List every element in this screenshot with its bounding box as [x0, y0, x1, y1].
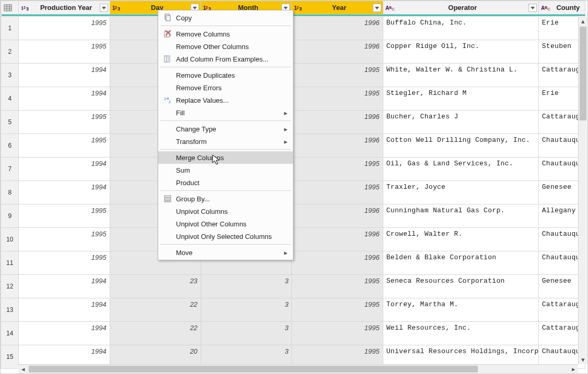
row-number-cell[interactable]: 5: [1, 111, 19, 134]
cell-day[interactable]: 22: [110, 298, 201, 322]
cell-year[interactable]: 1996: [292, 251, 383, 275]
row-number-cell[interactable]: 13: [1, 298, 19, 322]
row-number-header[interactable]: [1, 1, 19, 15]
table-row[interactable]: 1319942231995Torrey, Martha M.Cattaraugu…: [1, 298, 585, 322]
vertical-scrollbar[interactable]: ▴ ▾: [578, 16, 587, 364]
cell-year[interactable]: 1995: [292, 322, 383, 345]
scroll-right-arrow[interactable]: ▸: [569, 365, 578, 373]
column-header-year[interactable]: 123 Year: [292, 1, 383, 15]
cell-operator[interactable]: Weil Resources, Inc.: [383, 322, 538, 345]
menu-item-remove-duplicates[interactable]: Remove Duplicates: [158, 69, 293, 81]
row-number-cell[interactable]: 7: [1, 158, 19, 181]
cell-operator[interactable]: White, Walter W. & Christina L.: [383, 64, 538, 87]
row-number-cell[interactable]: 12: [1, 275, 19, 298]
cell-year[interactable]: 1996: [292, 204, 383, 228]
cell-operator[interactable]: Oil, Gas & Land Services, Inc.: [383, 158, 538, 181]
cell-production-year[interactable]: 1994: [19, 87, 110, 111]
cell-operator[interactable]: Seneca Resources Corporation: [383, 275, 538, 298]
scroll-up-arrow[interactable]: ▴: [579, 16, 587, 26]
cell-production-year[interactable]: 1995: [19, 228, 110, 251]
cell-year[interactable]: 1995: [292, 87, 383, 111]
cell-production-year[interactable]: 1995: [19, 111, 110, 134]
menu-item-fill[interactable]: Fill ▸: [158, 106, 293, 119]
menu-item-change-type[interactable]: Change Type ▸: [158, 123, 293, 135]
row-number-cell[interactable]: 2: [1, 40, 19, 64]
cell-month[interactable]: 3: [201, 298, 292, 322]
scroll-down-arrow[interactable]: ▾: [579, 355, 587, 364]
row-number-cell[interactable]: 10: [1, 228, 19, 251]
row-number-cell[interactable]: 3: [1, 64, 19, 87]
cell-production-year[interactable]: 1995: [19, 40, 110, 64]
menu-item-unpivot-columns[interactable]: Unpivot Columns: [158, 205, 293, 218]
menu-item-remove-errors[interactable]: Remove Errors: [158, 81, 293, 94]
cell-year[interactable]: 1996: [292, 40, 383, 64]
cell-production-year[interactable]: 1995: [19, 17, 110, 40]
menu-item-remove-other-columns[interactable]: Remove Other Columns: [158, 40, 293, 53]
cell-operator[interactable]: Belden & Blake Corporation: [383, 251, 538, 275]
cell-day[interactable]: 22: [110, 322, 201, 345]
cell-year[interactable]: 1995: [292, 298, 383, 322]
data-grid[interactable]: 123 Production Year 123 Day: [0, 0, 588, 374]
cell-year[interactable]: 1996: [292, 134, 383, 158]
menu-item-transform[interactable]: Transform ▸: [158, 135, 293, 148]
cell-year[interactable]: 1995: [292, 181, 383, 204]
menu-item-merge-columns[interactable]: Merge Columns: [158, 151, 293, 164]
menu-item-unpivot-only-selected-columns[interactable]: Unpivot Only Selected Columns: [158, 230, 293, 243]
table-row[interactable]: 1419942231995Weil Resources, Inc.Cattara…: [1, 322, 585, 345]
cell-operator[interactable]: Bucher, Charles J: [383, 111, 538, 134]
cell-operator[interactable]: Cotton Well Drilling Company, Inc.: [383, 134, 538, 158]
menu-item-product[interactable]: Product: [158, 176, 293, 189]
row-number-cell[interactable]: 8: [1, 181, 19, 204]
column-filter-dropdown[interactable]: [100, 4, 108, 12]
menu-item-remove-columns[interactable]: Remove Columns: [158, 28, 293, 40]
row-number-cell[interactable]: 4: [1, 87, 19, 111]
cell-operator[interactable]: Copper Ridge Oil, Inc.: [383, 40, 538, 64]
cell-operator[interactable]: Traxler, Joyce: [383, 181, 538, 204]
cell-operator[interactable]: Stiegler, Richard M: [383, 87, 538, 111]
cell-operator[interactable]: Cunningham Natural Gas Corp.: [383, 204, 538, 228]
cell-year[interactable]: 1996: [292, 228, 383, 251]
cell-production-year[interactable]: 1994: [19, 181, 110, 204]
cell-production-year[interactable]: 1994: [19, 158, 110, 181]
cell-year[interactable]: 1995: [292, 64, 383, 87]
cell-operator[interactable]: Crowell, Walter R.: [383, 228, 538, 251]
menu-item-unpivot-other-columns[interactable]: Unpivot Other Columns: [158, 218, 293, 230]
row-number-cell[interactable]: 1: [1, 17, 19, 40]
table-row[interactable]: 1219942331995Seneca Resources Corporatio…: [1, 275, 585, 298]
column-filter-dropdown[interactable]: [373, 4, 381, 12]
column-header-operator[interactable]: ABC Operator: [383, 1, 538, 15]
column-filter-dropdown[interactable]: [528, 4, 537, 12]
column-header-county[interactable]: ABC County: [538, 1, 585, 15]
menu-item-group-by[interactable]: Group By...: [158, 192, 293, 205]
cell-operator[interactable]: Buffalo China, Inc.: [383, 17, 538, 40]
cell-production-year[interactable]: 1995: [19, 134, 110, 158]
cell-year[interactable]: 1995: [292, 275, 383, 298]
cell-production-year[interactable]: 1994: [19, 275, 110, 298]
row-number-cell[interactable]: 9: [1, 204, 19, 228]
cell-year[interactable]: 1996: [292, 17, 383, 40]
menu-item-copy[interactable]: Copy: [158, 11, 293, 24]
cell-operator[interactable]: Torrey, Martha M.: [383, 298, 538, 322]
menu-item-add-column-from-examples[interactable]: Add Column From Examples...: [158, 53, 293, 65]
scroll-left-arrow[interactable]: ◂: [18, 365, 28, 373]
cell-production-year[interactable]: 1994: [19, 322, 110, 345]
cell-production-year[interactable]: 1994: [19, 64, 110, 87]
cell-production-year[interactable]: 1994: [19, 298, 110, 322]
cell-day[interactable]: 23: [110, 275, 201, 298]
cell-month[interactable]: 3: [201, 275, 292, 298]
scrollbar-thumb[interactable]: [29, 366, 478, 372]
row-number-cell[interactable]: 11: [1, 251, 19, 275]
menu-item-sum[interactable]: Sum: [158, 164, 293, 176]
row-number-cell[interactable]: 14: [1, 322, 19, 345]
scrollbar-thumb[interactable]: [580, 27, 586, 120]
cell-production-year[interactable]: 1995: [19, 204, 110, 228]
column-header-production-year[interactable]: 123 Production Year: [19, 1, 110, 15]
menu-item-move[interactable]: Move ▸: [158, 246, 293, 259]
cell-year[interactable]: 1996: [292, 111, 383, 134]
row-number-cell[interactable]: 15: [1, 345, 19, 369]
row-number-cell[interactable]: 6: [1, 134, 19, 158]
cell-production-year[interactable]: 1995: [19, 251, 110, 275]
cell-year[interactable]: 1995: [292, 158, 383, 181]
cell-month[interactable]: 3: [201, 322, 292, 345]
menu-item-replace-values[interactable]: 12 Replace Values...: [158, 94, 293, 106]
